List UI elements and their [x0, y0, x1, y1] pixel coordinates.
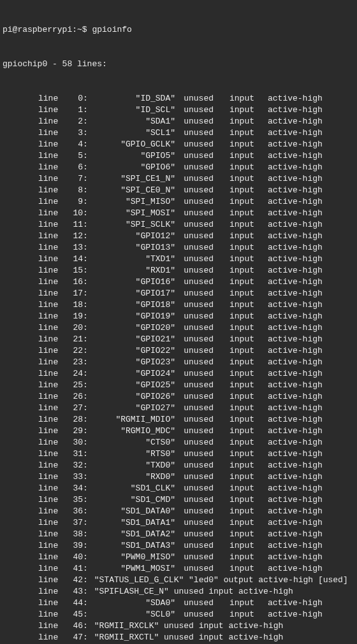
- line-active: active-high: [268, 116, 323, 127]
- line-number: 17: [64, 288, 83, 299]
- line-active: active-high: [268, 276, 323, 288]
- line-name: "RXD1": [89, 265, 175, 276]
- command-text: gpioinfo: [92, 24, 131, 36]
- line-used: unused: [182, 162, 214, 173]
- line-active: active-high: [268, 299, 323, 311]
- line-label: line: [38, 460, 64, 471]
- line-direction: input: [229, 93, 258, 104]
- line-direction: input: [229, 231, 258, 242]
- line-active: active-high: [268, 494, 323, 506]
- gpio-line-row: line40:"PWM0_MISO"unusedinputactive-high: [3, 552, 354, 563]
- line-active: active-high: [268, 104, 323, 116]
- gpio-line-row: line9:"SPI_MISO"unusedinputactive-high: [3, 196, 354, 208]
- line-used: unused: [182, 517, 214, 529]
- gpio-line-row: line21:"GPIO21"unusedinputactive-high: [3, 334, 354, 345]
- line-active: active-high: [268, 196, 323, 208]
- line-number: 6: [64, 162, 83, 173]
- line-number: 2: [64, 116, 83, 127]
- line-name: "RXD0": [89, 471, 175, 483]
- line-label: line: [38, 380, 64, 391]
- line-label: line: [38, 139, 64, 150]
- line-rest: unused input active-high: [169, 586, 293, 597]
- line-name: "GPIO20": [89, 322, 175, 334]
- line-direction: input: [229, 299, 258, 311]
- gpio-line-row: line35:"SD1_CMD"unusedinputactive-high: [3, 494, 354, 506]
- line-used: unused: [182, 334, 214, 345]
- line-active: active-high: [268, 540, 323, 552]
- line-name: "SDA1": [89, 116, 175, 127]
- line-used: unused: [182, 104, 214, 116]
- gpio-line-row: line31:"RTS0"unusedinputactive-high: [3, 448, 354, 460]
- line-label: line: [38, 208, 64, 219]
- line-direction: input: [229, 563, 258, 575]
- line-used: unused: [182, 219, 214, 231]
- line-used: unused: [182, 506, 214, 517]
- line-number: 25: [64, 380, 83, 391]
- line-used: unused: [182, 265, 214, 276]
- line-name: "SD1_DATA3": [89, 540, 175, 552]
- line-number: 35: [64, 494, 83, 506]
- line-label: line: [38, 632, 64, 643]
- line-active: active-high: [268, 219, 323, 231]
- line-used: unused: [182, 403, 214, 414]
- terminal-output[interactable]: pi@raspberrypi:~$ gpioinfo gpiochip0 - 5…: [0, 0, 357, 644]
- line-used: unused: [182, 552, 214, 563]
- line-number: 7: [64, 173, 83, 185]
- gpio-line-row: line2:"SDA1"unusedinputactive-high: [3, 116, 354, 127]
- line-number: 12: [64, 231, 83, 242]
- line-direction: input: [229, 494, 258, 506]
- line-name: "PWM1_MOSI": [89, 563, 175, 575]
- line-used: unused: [182, 426, 214, 437]
- line-number: 8: [64, 185, 83, 196]
- line-label: line: [38, 575, 64, 586]
- line-label: line: [38, 345, 64, 357]
- line-used: unused: [182, 380, 214, 391]
- line-number: 30: [64, 437, 83, 448]
- line-direction: input: [229, 448, 258, 460]
- line-active: active-high: [268, 597, 323, 609]
- line-label: line: [38, 162, 64, 173]
- line-label: line: [38, 219, 64, 231]
- gpio-line-row: line1:"ID_SCL"unusedinputactive-high: [3, 104, 354, 116]
- line-number: 28: [64, 414, 83, 426]
- line-direction: input: [229, 368, 258, 380]
- line-name: "GPIO19": [89, 311, 175, 322]
- line-direction: input: [229, 380, 258, 391]
- line-number: 34: [64, 483, 83, 494]
- gpio-line-row: line37:"SD1_DATA1"unusedinputactive-high: [3, 517, 354, 529]
- line-label: line: [38, 597, 64, 609]
- line-direction: input: [229, 529, 258, 540]
- line-direction: input: [229, 357, 258, 368]
- gpio-line-row: line34:"SD1_CLK"unusedinputactive-high: [3, 483, 354, 494]
- line-label: line: [38, 540, 64, 552]
- line-number: 11: [64, 219, 83, 231]
- line-used: unused: [182, 483, 214, 494]
- line-number: 13: [64, 242, 83, 254]
- line-used: unused: [182, 414, 214, 426]
- line-name: "SD1_DATA1": [89, 517, 175, 529]
- line-active: active-high: [268, 231, 323, 242]
- line-label: line: [38, 391, 64, 403]
- line-number: 43: [64, 586, 83, 597]
- line-number: 5: [64, 150, 83, 162]
- line-direction: input: [229, 276, 258, 288]
- line-used: unused: [182, 231, 214, 242]
- line-used: unused: [182, 127, 214, 139]
- line-direction: input: [229, 334, 258, 345]
- line-direction: input: [229, 196, 258, 208]
- line-used: unused: [182, 254, 214, 265]
- line-name: "SCL1": [89, 127, 175, 139]
- line-number: 19: [64, 311, 83, 322]
- line-label: line: [38, 529, 64, 540]
- line-active: active-high: [268, 139, 323, 150]
- line-label: line: [38, 265, 64, 276]
- line-name: "SPIFLASH_CE_N": [94, 586, 169, 597]
- line-active: active-high: [268, 403, 323, 414]
- line-number: 0: [64, 93, 83, 104]
- line-label: line: [38, 414, 64, 426]
- line-number: 44: [64, 597, 83, 609]
- line-used: unused: [182, 173, 214, 185]
- line-name: "GPIO13": [89, 242, 175, 254]
- line-label: line: [38, 311, 64, 322]
- line-name: "ID_SCL": [89, 104, 175, 116]
